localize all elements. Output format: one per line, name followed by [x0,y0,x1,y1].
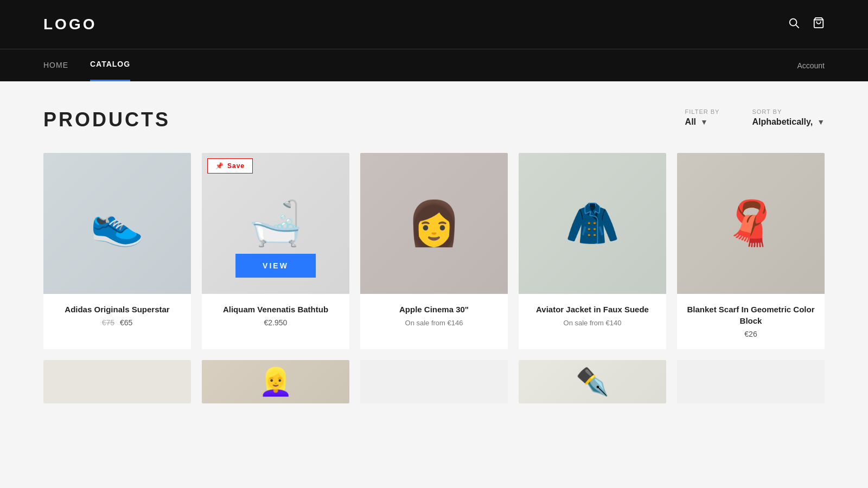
product-price-2: €2.950 [210,318,341,327]
product-info-2: Aliquam Venenatis Bathtub €2.950 [202,294,349,338]
product-card-partial-5[interactable] [677,360,825,403]
products-grid: Adidas Originals Superstar €75 €65 VIEW … [43,153,825,349]
nav-left: HOME CATALOG [43,49,130,81]
filter-label: FILTER BY [685,108,720,115]
sort-label: SORT BY [752,108,825,115]
save-button[interactable]: 📌 Save [207,158,253,174]
pin-icon: 📌 [215,162,224,170]
logo[interactable]: LOGO [43,16,97,33]
sort-group: SORT BY Alphabetically, ▼ [752,108,825,127]
filter-arrow-icon: ▼ [700,118,708,126]
price-value-5: €26 [744,330,757,338]
nav-bar: HOME CATALOG Account [0,49,868,81]
products-grid-row2 [43,360,825,403]
partial-image-4 [519,360,666,403]
product-info-1: Adidas Originals Superstar €75 €65 [43,294,191,338]
product-card-partial-3[interactable] [360,360,508,403]
product-card-3[interactable]: Apple Cinema 30" On sale from €146 [360,153,508,349]
top-icons [788,17,825,32]
sort-select[interactable]: Alphabetically, ▼ [752,117,825,127]
product-price-1: €75 €65 [52,318,182,327]
product-card-5[interactable]: Blanket Scarf In Geometric Color Block €… [677,153,825,349]
svg-line-1 [796,25,799,28]
top-bar: LOGO [0,0,868,49]
cart-icon[interactable] [813,17,825,32]
filter-sort-controls: FILTER BY All ▼ SORT BY Alphabetically, … [685,108,825,127]
product-image-1 [43,153,191,294]
product-card-partial-2[interactable] [202,360,349,403]
view-button[interactable]: VIEW [235,254,316,278]
product-name-1: Adidas Originals Superstar [52,304,182,315]
product-image-5 [677,153,825,294]
product-price-5: €26 [686,330,816,338]
price-sale-1: €65 [120,318,132,327]
product-name-2: Aliquam Venenatis Bathtub [210,304,341,315]
product-price-4: On sale from €140 [527,318,658,327]
filter-select[interactable]: All ▼ [685,117,720,127]
price-from-3: On sale from €146 [405,319,463,327]
product-card-1[interactable]: Adidas Originals Superstar €75 €65 [43,153,191,349]
product-info-5: Blanket Scarf In Geometric Color Block €… [677,294,825,349]
sort-arrow-icon: ▼ [817,118,825,126]
product-name-5: Blanket Scarf In Geometric Color Block [686,304,816,326]
price-from-4: On sale from €140 [564,319,622,327]
partial-image-3 [360,360,508,403]
partial-image-5 [677,360,825,403]
product-name-4: Aviator Jacket in Faux Suede [527,304,658,315]
price-original-1: €75 [102,318,114,327]
nav-item-catalog[interactable]: CATALOG [90,49,130,81]
nav-account[interactable]: Account [797,61,825,70]
partial-image-2 [202,360,349,403]
page-title: PRODUCTS [43,108,170,131]
product-price-3: On sale from €146 [369,318,499,327]
products-header: PRODUCTS FILTER BY All ▼ SORT BY Alphabe… [43,108,825,131]
product-card-partial-4[interactable] [519,360,666,403]
product-info-4: Aviator Jacket in Faux Suede On sale fro… [519,294,666,338]
product-info-3: Apple Cinema 30" On sale from €146 [360,294,508,338]
product-name-3: Apple Cinema 30" [369,304,499,315]
main-content: PRODUCTS FILTER BY All ▼ SORT BY Alphabe… [0,81,868,425]
sort-value: Alphabetically, [752,117,813,127]
product-card-2[interactable]: VIEW 📌 Save Aliquam Venenatis Bathtub €2… [202,153,349,349]
product-card-4[interactable]: Aviator Jacket in Faux Suede On sale fro… [519,153,666,349]
product-image-4 [519,153,666,294]
filter-group: FILTER BY All ▼ [685,108,720,127]
product-image-3 [360,153,508,294]
product-image-2: VIEW [202,153,349,294]
filter-value: All [685,117,696,127]
product-card-partial-1[interactable] [43,360,191,403]
search-icon[interactable] [788,17,800,32]
price-value-2: €2.950 [264,318,288,327]
partial-image-1 [43,360,191,403]
nav-item-home[interactable]: HOME [43,49,68,81]
